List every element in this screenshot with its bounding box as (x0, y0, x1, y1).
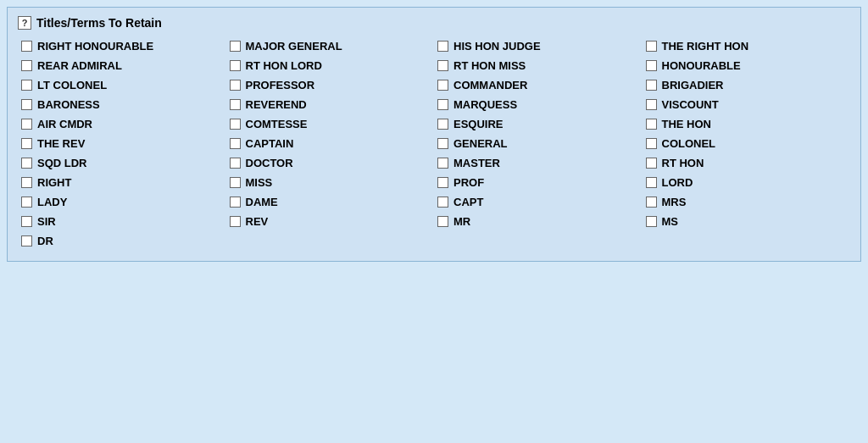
title-checkbox-item[interactable]: MASTER (434, 155, 643, 171)
title-checkbox[interactable] (437, 41, 448, 52)
title-label[interactable]: THE RIGHT HON (662, 40, 749, 53)
title-checkbox[interactable] (437, 80, 448, 91)
title-checkbox-item[interactable]: RT HON (643, 155, 851, 171)
title-checkbox-item[interactable]: DOCTOR (226, 155, 435, 171)
title-label[interactable]: COMMANDER (453, 79, 527, 91)
title-checkbox-item[interactable]: LADY (18, 194, 226, 210)
title-checkbox-item[interactable]: MR (434, 213, 643, 230)
title-label[interactable]: SQD LDR (37, 157, 87, 169)
title-checkbox[interactable] (646, 158, 657, 169)
title-label[interactable]: GENERAL (453, 137, 508, 150)
title-label[interactable]: PROF (453, 176, 484, 189)
title-checkbox-item[interactable]: RT HON LORD (226, 58, 435, 74)
title-label[interactable]: MS (662, 215, 679, 228)
title-label[interactable]: THE HON (662, 118, 712, 130)
title-label[interactable]: MR (453, 215, 470, 228)
title-checkbox-item[interactable]: THE REV (18, 136, 226, 152)
title-checkbox[interactable] (230, 119, 241, 130)
title-checkbox[interactable] (646, 41, 657, 52)
title-checkbox-item[interactable]: HONOURABLE (643, 58, 851, 74)
title-checkbox[interactable] (230, 177, 241, 188)
title-checkbox-item[interactable]: CAPTAIN (226, 136, 435, 152)
title-label[interactable]: LADY (37, 196, 67, 208)
title-checkbox[interactable] (230, 60, 241, 71)
title-checkbox-item[interactable]: BARONESS (18, 97, 226, 113)
title-label[interactable]: THE REV (37, 137, 85, 150)
title-checkbox[interactable] (230, 138, 241, 149)
title-checkbox-item[interactable]: CAPT (434, 194, 643, 210)
title-label[interactable]: RIGHT HONOURABLE (37, 40, 153, 53)
title-checkbox[interactable] (21, 99, 32, 110)
title-label[interactable]: MISS (246, 176, 273, 189)
title-checkbox[interactable] (230, 41, 241, 52)
title-label[interactable]: CAPT (453, 196, 483, 208)
title-checkbox-item[interactable]: BRIGADIER (643, 77, 851, 93)
title-checkbox[interactable] (437, 119, 448, 130)
title-checkbox[interactable] (21, 41, 32, 52)
title-checkbox[interactable] (646, 138, 657, 149)
title-checkbox[interactable] (646, 60, 657, 71)
title-checkbox-item[interactable]: DR (18, 233, 226, 249)
title-label[interactable]: MARQUESS (453, 98, 517, 111)
title-checkbox[interactable] (21, 235, 32, 246)
title-checkbox-item[interactable]: SQD LDR (18, 155, 226, 171)
title-label[interactable]: AIR CMDR (37, 118, 92, 130)
title-label[interactable]: REVEREND (246, 98, 307, 111)
title-label[interactable]: DAME (246, 196, 278, 208)
title-checkbox[interactable] (437, 60, 448, 71)
title-checkbox[interactable] (230, 197, 241, 208)
title-checkbox-item[interactable]: PROF (434, 174, 643, 191)
title-label[interactable]: BARONESS (37, 98, 100, 111)
title-checkbox[interactable] (21, 216, 32, 227)
title-checkbox[interactable] (437, 158, 448, 169)
title-checkbox[interactable] (437, 177, 448, 188)
title-checkbox[interactable] (21, 80, 32, 91)
title-checkbox[interactable] (21, 60, 32, 71)
title-checkbox[interactable] (437, 99, 448, 110)
title-checkbox-item[interactable]: SIR (18, 213, 226, 230)
title-checkbox-item[interactable]: RIGHT (18, 174, 226, 191)
title-checkbox-item[interactable]: MAJOR GENERAL (226, 38, 435, 54)
title-checkbox-item[interactable]: AIR CMDR (18, 116, 226, 132)
title-checkbox[interactable] (21, 197, 32, 208)
title-checkbox[interactable] (230, 80, 241, 91)
title-checkbox[interactable] (646, 177, 657, 188)
title-checkbox[interactable] (646, 216, 657, 227)
title-label[interactable]: COMTESSE (246, 118, 308, 130)
title-label[interactable]: CAPTAIN (246, 137, 294, 150)
title-checkbox[interactable] (646, 80, 657, 91)
title-label[interactable]: LORD (662, 176, 693, 189)
title-checkbox[interactable] (437, 216, 448, 227)
help-icon[interactable]: ? (18, 16, 31, 30)
title-label[interactable]: MASTER (453, 157, 500, 169)
title-checkbox-item[interactable]: COMTESSE (226, 116, 435, 132)
title-checkbox-item[interactable]: RIGHT HONOURABLE (18, 38, 226, 54)
title-checkbox-item[interactable]: LORD (643, 174, 851, 191)
title-checkbox-item[interactable]: COLONEL (643, 136, 851, 152)
title-label[interactable]: HONOURABLE (662, 59, 741, 72)
title-label[interactable]: HIS HON JUDGE (453, 40, 541, 53)
title-checkbox[interactable] (230, 99, 241, 110)
title-checkbox-item[interactable]: MRS (643, 194, 851, 210)
title-label[interactable]: LT COLONEL (37, 79, 107, 91)
title-label[interactable]: MAJOR GENERAL (246, 40, 342, 53)
title-label[interactable]: REAR ADMIRAL (37, 59, 122, 72)
title-checkbox-item[interactable]: REVEREND (226, 97, 435, 113)
title-label[interactable]: RT HON LORD (246, 59, 322, 72)
title-label[interactable]: ESQUIRE (453, 118, 504, 130)
title-checkbox-item[interactable]: THE RIGHT HON (643, 38, 851, 54)
title-label[interactable]: DOCTOR (246, 157, 293, 169)
title-checkbox-item[interactable]: ESQUIRE (434, 116, 643, 132)
title-checkbox-item[interactable]: MS (643, 213, 851, 230)
title-label[interactable]: PROFESSOR (246, 79, 315, 91)
title-label[interactable]: COLONEL (662, 137, 716, 150)
title-checkbox-item[interactable]: MARQUESS (434, 97, 643, 113)
title-label[interactable]: DR (37, 235, 53, 247)
title-checkbox-item[interactable]: COMMANDER (434, 77, 643, 93)
title-label[interactable]: SIR (37, 215, 56, 228)
title-checkbox-item[interactable]: MISS (226, 174, 435, 191)
title-checkbox[interactable] (646, 99, 657, 110)
title-checkbox[interactable] (437, 197, 448, 208)
title-label[interactable]: BRIGADIER (662, 79, 724, 91)
title-label[interactable]: RT HON MISS (453, 59, 526, 72)
